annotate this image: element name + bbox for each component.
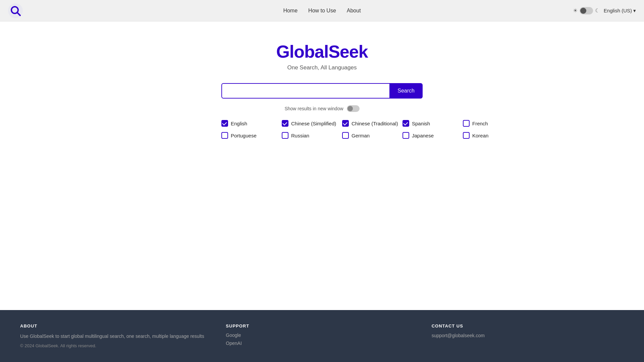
logo-icon	[8, 3, 23, 18]
checkbox-label-russian: Russian	[291, 133, 309, 138]
checkbox-label-portuguese: Portuguese	[231, 133, 257, 138]
checkbox-english[interactable]: English	[221, 120, 282, 127]
footer: ABOUT Use GlobalSeek to start global mul…	[0, 310, 644, 362]
language-selector[interactable]: English (US) ▾	[604, 8, 636, 14]
footer-contact-email: support@globalseek.com	[432, 333, 485, 338]
checkbox-japanese[interactable]: Japanese	[402, 132, 463, 139]
checkbox-box-english	[221, 120, 228, 127]
checkbox-box-japanese	[402, 132, 409, 139]
footer-link-google[interactable]: Google	[226, 333, 418, 338]
footer-support-links: GoogleOpenAI	[226, 333, 418, 346]
checkbox-portuguese[interactable]: Portuguese	[221, 132, 282, 139]
footer-link-openai[interactable]: OpenAI	[226, 341, 418, 346]
checkbox-box-portuguese	[221, 132, 228, 139]
main-content: GlobalSeek One Search, All Languages Sea…	[0, 21, 644, 310]
checkbox-russian[interactable]: Russian	[282, 132, 342, 139]
new-window-toggle[interactable]	[347, 105, 360, 112]
theme-toggle: ☀ ☾	[573, 7, 600, 14]
sun-icon: ☀	[573, 7, 578, 14]
checkbox-box-chinese-simplified	[282, 120, 288, 127]
search-input[interactable]	[221, 83, 389, 99]
checkbox-box-spanish	[402, 120, 409, 127]
footer-about-title: ABOUT	[20, 323, 212, 328]
search-container: Search	[221, 83, 423, 99]
footer-contact: CONTACT US support@globalseek.com	[432, 323, 624, 349]
checkbox-box-korean	[463, 132, 470, 139]
moon-icon: ☾	[595, 7, 600, 14]
nav-about[interactable]: About	[347, 8, 361, 14]
checkbox-label-german: German	[352, 133, 370, 138]
checkbox-spanish[interactable]: Spanish	[402, 120, 463, 127]
checkbox-label-korean: Korean	[472, 133, 488, 138]
nav-how-to-use[interactable]: How to Use	[308, 8, 336, 14]
theme-toggle-thumb	[580, 8, 586, 14]
checkbox-chinese-traditional[interactable]: Chinese (Traditional)	[342, 120, 402, 127]
checkbox-label-chinese-simplified: Chinese (Simplified)	[291, 121, 336, 126]
chevron-down-icon: ▾	[633, 8, 636, 14]
logo-container	[8, 3, 23, 18]
search-button[interactable]: Search	[389, 83, 423, 99]
checkbox-label-japanese: Japanese	[412, 133, 434, 138]
footer-about-description: Use GlobalSeek to start global multiling…	[20, 333, 212, 340]
checkbox-label-chinese-traditional: Chinese (Traditional)	[352, 121, 398, 126]
header: Home How to Use About ☀ ☾ English (US) ▾	[0, 0, 644, 21]
language-checkboxes: EnglishChinese (Simplified)Chinese (Trad…	[221, 120, 423, 139]
checkbox-chinese-simplified[interactable]: Chinese (Simplified)	[282, 120, 342, 127]
new-window-toggle-thumb	[347, 106, 353, 111]
checkbox-label-english: English	[231, 121, 247, 126]
nav-home[interactable]: Home	[283, 8, 298, 14]
header-right: ☀ ☾ English (US) ▾	[573, 7, 636, 14]
checkbox-german[interactable]: German	[342, 132, 402, 139]
footer-copyright: © 2024 GlobalSeek. All rights reserved.	[20, 343, 212, 348]
main-nav: Home How to Use About	[283, 8, 361, 14]
checkbox-french[interactable]: French	[463, 120, 523, 127]
new-window-label: Show results in new window	[284, 106, 343, 111]
checkbox-label-spanish: Spanish	[412, 121, 430, 126]
footer-contact-title: CONTACT US	[432, 323, 624, 328]
footer-about: ABOUT Use GlobalSeek to start global mul…	[20, 323, 212, 349]
app-title: GlobalSeek	[276, 42, 368, 62]
footer-support-title: SUPPORT	[226, 323, 418, 328]
checkbox-box-german	[342, 132, 349, 139]
theme-toggle-track[interactable]	[580, 7, 593, 14]
language-selector-label: English (US)	[604, 8, 632, 13]
footer-support: SUPPORT GoogleOpenAI	[226, 323, 418, 349]
app-subtitle: One Search, All Languages	[287, 64, 357, 71]
checkbox-label-french: French	[472, 121, 488, 126]
checkbox-box-chinese-traditional	[342, 120, 349, 127]
new-window-row: Show results in new window	[284, 105, 359, 112]
checkbox-box-french	[463, 120, 470, 127]
checkbox-korean[interactable]: Korean	[463, 132, 523, 139]
checkbox-box-russian	[282, 132, 288, 139]
